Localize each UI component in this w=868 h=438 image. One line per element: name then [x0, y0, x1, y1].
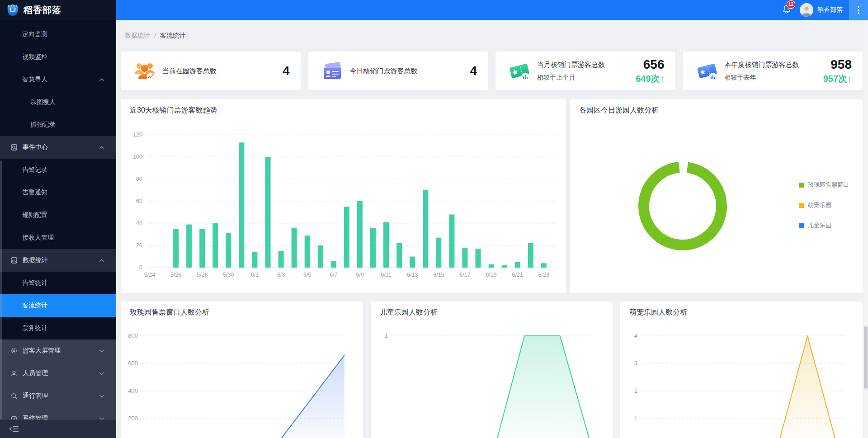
- svg-text:2: 2: [634, 387, 637, 394]
- legend-swatch: [799, 223, 804, 228]
- sidebar-item[interactable]: 抓拍记录: [0, 113, 116, 136]
- stat-card-sublabel: 相较于去年: [725, 74, 823, 82]
- app-logo[interactable]: 稻香部落: [0, 0, 116, 20]
- sidebar-item-label: 通行管理: [23, 392, 48, 400]
- sidebar-item[interactable]: 游客大屏管理: [0, 339, 116, 362]
- stat-card-label: 当月核销门票游客总数: [537, 61, 636, 69]
- svg-text:6/17: 6/17: [459, 272, 470, 278]
- sidebar-item-label: 定向监测: [22, 30, 47, 38]
- legend-item[interactable]: 儿童乐园: [799, 221, 849, 230]
- sidebar-item[interactable]: 告警通知: [0, 181, 116, 204]
- legend-item[interactable]: 萌宠乐园: [799, 201, 849, 209]
- svg-text:20: 20: [136, 242, 142, 249]
- line-chart: 1: [371, 323, 613, 438]
- sidebar-item[interactable]: 定向监测: [0, 23, 116, 46]
- stat-card-value: 656: [636, 57, 664, 72]
- svg-text:6/5: 6/5: [303, 272, 311, 278]
- sidebar-item-label: 抓拍记录: [30, 121, 56, 129]
- svg-text:100: 100: [133, 154, 142, 160]
- breadcrumb-parent[interactable]: 数据统计: [125, 32, 150, 40]
- shield-logo-icon: [6, 3, 19, 17]
- sidebar-item-label: 人员管理: [23, 369, 48, 377]
- svg-text:1: 1: [634, 415, 637, 422]
- chevron-down-icon: [99, 349, 104, 353]
- sidebar-item[interactable]: 智慧寻人: [0, 68, 116, 91]
- sidebar-item[interactable]: 人员管理: [0, 362, 116, 385]
- username[interactable]: 稻香部落: [817, 6, 843, 14]
- svg-text:200: 200: [128, 415, 138, 422]
- svg-text:6/19: 6/19: [486, 272, 496, 278]
- sidebar-item-label: 告警通知: [22, 188, 47, 197]
- line-chart: 200400600800: [121, 323, 363, 438]
- sidebar-item-label: 事件中心: [23, 143, 48, 151]
- collapse-sidebar-button[interactable]: [0, 419, 116, 438]
- sidebar-item[interactable]: 事件中心: [0, 136, 116, 159]
- sidebar-item[interactable]: 客流统计: [0, 294, 116, 317]
- bell-icon: [782, 8, 792, 15]
- sidebar-menu: 定向监测视频监控智慧寻人以图搜人抓拍记录事件中心告警记录告警通知规则配置接收人管…: [0, 20, 116, 430]
- vertical-dots-icon: [858, 6, 859, 14]
- svg-text:0: 0: [139, 264, 142, 271]
- sidebar-item-label: 客流统计: [22, 301, 47, 310]
- avatar[interactable]: [800, 3, 813, 17]
- sidebar-item[interactable]: 规则配置: [0, 204, 116, 226]
- sidebar-item-label: 数据统计: [23, 256, 48, 264]
- svg-text:6/15: 6/15: [433, 272, 444, 278]
- menu-fold-icon: [9, 425, 19, 433]
- sidebar-item-label: 票务统计: [22, 324, 47, 332]
- svg-text:5/28: 5/28: [197, 272, 208, 278]
- stat-card-label: 本年度核销门票游客总数: [725, 61, 823, 69]
- chevron-down-icon: [99, 395, 104, 398]
- notifications-button[interactable]: 12: [782, 4, 792, 16]
- svg-text:5/26: 5/26: [170, 272, 181, 278]
- sidebar-item-label: 规则配置: [22, 211, 47, 219]
- sidebar-item[interactable]: 告警统计: [0, 272, 116, 294]
- line-chart-panel-pet-park: 萌宠乐园人数分析 1234: [620, 301, 863, 438]
- more-menu-button[interactable]: [849, 0, 868, 20]
- sidebar-item[interactable]: 告警记录: [0, 159, 116, 181]
- svg-text:3: 3: [634, 360, 637, 367]
- legend-label: 儿童乐园: [808, 221, 831, 230]
- event-center-icon: [10, 144, 18, 151]
- legend-label: 玫瑰园售票窗口: [808, 181, 849, 189]
- breadcrumb-current: 客流统计: [160, 32, 185, 40]
- month-tickets-icon: [507, 59, 532, 83]
- line-chart-panel-kids-park: 儿童乐园人数分析 1: [371, 301, 613, 438]
- stat-card-value: 4: [283, 64, 290, 78]
- sidebar-item-label: 智慧寻人: [22, 75, 47, 84]
- svg-text:600: 600: [128, 360, 138, 367]
- sidebar-item[interactable]: 票务统计: [0, 317, 116, 339]
- donut-legend: 玫瑰园售票窗口萌宠乐园儿童乐园: [799, 181, 849, 242]
- svg-text:60: 60: [136, 198, 142, 204]
- line-chart-panel-rose-garden: 玫瑰园售票窗口人数分析 200400600800: [121, 301, 363, 438]
- line-chart-title: 萌宠乐园人数分析: [620, 301, 863, 323]
- svg-text:6/1: 6/1: [251, 272, 259, 278]
- svg-text:6/3: 6/3: [277, 272, 285, 278]
- sidebar-item[interactable]: 数据统计: [0, 249, 116, 272]
- legend-item[interactable]: 玫瑰园售票窗口: [799, 181, 849, 189]
- stat-card-value: 958: [823, 57, 852, 72]
- stat-card: 本年度核销门票游客总数相较于去年958957次↑: [683, 52, 863, 90]
- svg-text:4: 4: [634, 332, 637, 339]
- svg-text:6/9: 6/9: [356, 272, 363, 278]
- page-scrollbar-thumb[interactable]: [864, 326, 868, 389]
- legend-swatch: [799, 203, 804, 208]
- stat-card-label: 今日核销门票游客总数: [350, 67, 470, 75]
- sidebar-scrollbar-thumb[interactable]: [0, 160, 2, 420]
- sidebar-item[interactable]: 以图搜人: [0, 91, 116, 113]
- svg-text:6/11: 6/11: [381, 272, 391, 278]
- chevron-up-icon: [99, 78, 104, 81]
- stat-card-sublabel: 相较于上个月: [537, 74, 636, 82]
- stat-card-label: 当前在园游客总数: [162, 67, 283, 75]
- sidebar-item-label: 告警统计: [22, 279, 47, 287]
- bar-chart-panel: 近30天核销门票游客数趋势 0204060801001205/245/265/2…: [121, 99, 566, 293]
- sidebar-item[interactable]: 通行管理: [0, 385, 116, 407]
- chevron-up-icon: [99, 259, 104, 262]
- svg-text:6/13: 6/13: [407, 272, 418, 278]
- sidebar-item[interactable]: 接收人管理: [0, 226, 116, 249]
- person-mgmt-icon: [10, 370, 18, 377]
- screen-mgmt-icon: [10, 347, 18, 354]
- visitors-icon: [132, 59, 157, 83]
- sidebar-item[interactable]: 视频监控: [0, 46, 116, 68]
- data-stats-icon: [10, 257, 18, 264]
